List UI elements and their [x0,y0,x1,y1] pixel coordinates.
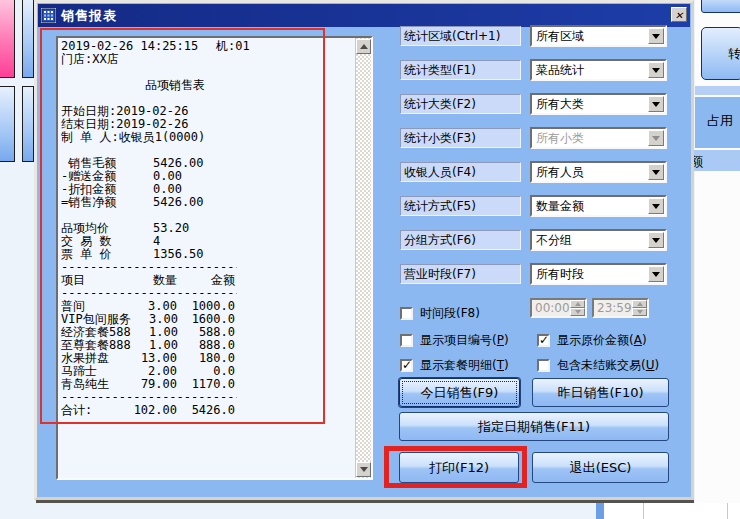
close-icon [675,8,683,22]
triangle-up-icon [360,44,368,49]
filter-row: 统计大类(F2)所有大类 [400,93,706,115]
time-start-spinner[interactable] [570,300,585,316]
filter-label: 统计区域(Ctrl+1) [400,26,521,46]
receipt-line: =销售净额5426.00 [61,196,341,209]
filter-combobox[interactable]: 所有大类 [530,93,667,115]
checkbox-label: 显示项目编号(P) [420,332,509,349]
spin-down-icon[interactable] [632,308,647,316]
dialog-title: 销售报表 [61,7,117,25]
receipt-line: 品项销售表 [61,79,341,92]
filter-label: 统计大类(F2) [400,94,521,114]
time-end-field: 23:59 [592,298,649,318]
filter-combobox[interactable]: 菜品统计 [530,59,667,81]
filter-row: 统计方式(F5)数量金额 [400,195,706,217]
bg-left-blue-button[interactable] [0,86,15,162]
today-sales-button[interactable]: 今日销售(F9) [399,378,520,407]
bg-left-narrow-button-top[interactable] [22,0,34,78]
spin-down-icon[interactable] [570,308,585,316]
bg-grid-line [727,503,728,519]
filter-combobox[interactable]: 数量金额 [530,195,667,217]
dialog-titlebar[interactable]: 销售报表 [38,4,690,27]
chevron-down-icon[interactable] [648,266,664,282]
checkbox[interactable] [537,334,550,347]
chevron-down-icon[interactable] [648,164,664,180]
receipt-line: 门店:XX店 [61,53,341,66]
report-icon [41,8,56,23]
filter-combobox[interactable]: 所有人员 [530,161,667,183]
filter-label: 收银人员(F4) [400,162,521,182]
time-start-value: 00:00 [535,301,570,315]
time-end-spinner[interactable] [632,300,647,316]
yesterday-sales-button[interactable]: 昨日销售(F10) [532,378,669,407]
filter-combobox[interactable]: 所有时段 [530,263,667,285]
filter-combobox: 所有小类 [530,127,667,149]
filter-combobox[interactable]: 不分组 [530,229,667,251]
checkbox-label: 显示套餐明细(T) [420,357,509,374]
combobox-value: 所有大类 [536,97,584,112]
time-start-field: 00:00 [530,298,587,318]
chevron-down-icon[interactable] [648,198,664,214]
date-range-sales-button[interactable]: 指定日期销售(F11) [399,412,669,441]
chevron-down-icon [648,130,664,146]
time-range-row[interactable]: 时间段(F8) [400,305,480,321]
bg-bottom-stripe [596,503,604,519]
receipt-line: 票 单 价1356.50 [61,248,341,261]
checkbox[interactable] [537,359,550,372]
filter-label: 营业时段(F7) [400,264,521,284]
spin-up-icon[interactable] [570,300,585,308]
scroll-down-button[interactable] [356,462,371,477]
spin-up-icon[interactable] [632,300,647,308]
filter-combobox[interactable]: 所有区域 [530,25,667,47]
screen: 转 占用 额 销售报表 [0,0,740,519]
bg-right-button[interactable]: 转 [701,27,740,80]
bg-right-partial-button[interactable] [701,0,740,13]
filter-label: 统计类型(F1) [400,60,521,80]
scroll-up-button[interactable] [356,39,371,54]
sales-report-dialog: 销售报表 2019-02-26 14:25:15机:01门店:XX店品项销售表开… [34,0,694,500]
option-row[interactable]: 显示原价金额(A) [537,332,647,348]
filter-row: 统计区域(Ctrl+1)所有区域 [400,25,706,47]
filter-row: 统计类型(F1)菜品统计 [400,59,706,81]
receipt-line: 合计:102.005426.0 [61,404,235,417]
filter-label: 统计小类(F3) [400,128,521,148]
filter-row: 统计小类(F3)所有小类 [400,127,706,149]
print-button[interactable]: 打印(F12) [399,452,519,483]
close-button[interactable] [671,7,687,22]
filter-row: 分组方式(F6)不分组 [400,229,706,251]
exit-button[interactable]: 退出(ESC) [532,452,669,483]
chevron-down-icon[interactable] [648,96,664,112]
receipt-line: 青岛纯生79.001170.0 [61,378,235,391]
time-end-value: 23:59 [597,301,632,315]
option-row[interactable]: 显示项目编号(P) [400,332,509,348]
filter-row: 营业时段(F7)所有时段 [400,263,706,285]
time-range-checkbox[interactable] [400,307,413,320]
receipt-scrollbar[interactable] [355,38,371,478]
option-row[interactable]: 包含未结账交易(U) [537,357,659,373]
bg-grid-line [643,503,644,519]
occupied-label: 占用 [707,112,733,130]
combobox-value: 所有小类 [536,131,584,146]
bg-left-pink-button[interactable] [0,0,15,78]
combobox-value: 菜品统计 [536,63,584,78]
checkbox[interactable] [400,359,413,372]
checkbox-label: 包含未结账交易(U) [557,357,659,374]
receipt-preview-panel: 2019-02-26 14:25:15机:01门店:XX店品项销售表开始日期:2… [56,36,373,480]
combobox-value: 所有人员 [536,165,584,180]
option-row[interactable]: 显示套餐明细(T) [400,357,509,373]
chevron-down-icon[interactable] [648,28,664,44]
time-range-label: 时间段(F8) [420,305,480,322]
filter-label: 统计方式(F5) [400,196,521,216]
combobox-value: 所有区域 [536,29,584,44]
combobox-value: 所有时段 [536,267,584,282]
checkbox-label: 显示原价金额(A) [557,332,647,349]
receipt-line: 制 单 人:收银员1(0000) [61,131,341,144]
chevron-down-icon[interactable] [648,232,664,248]
bg-left-narrow-button-bottom[interactable] [22,86,34,162]
filter-row: 收银人员(F4)所有人员 [400,161,706,183]
chevron-down-icon[interactable] [648,62,664,78]
bg-right-button-label: 转 [702,45,740,63]
receipt-content: 2019-02-26 14:25:15机:01门店:XX店品项销售表开始日期:2… [61,40,341,417]
combobox-value: 不分组 [536,233,572,248]
checkbox[interactable] [400,334,413,347]
receipt-line: 项目数量金额 [61,274,235,287]
